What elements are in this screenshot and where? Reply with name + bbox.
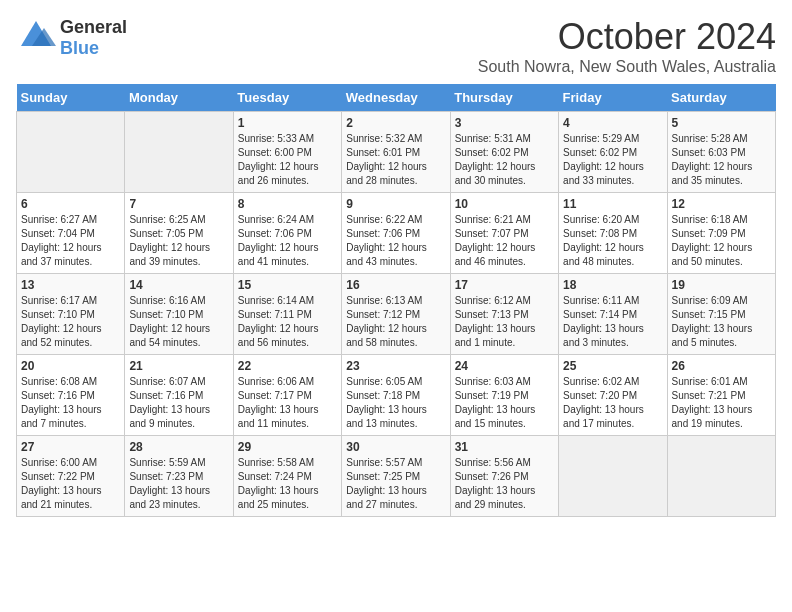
calendar-cell: 9Sunrise: 6:22 AM Sunset: 7:06 PM Daylig… [342, 193, 450, 274]
day-info: Sunrise: 6:03 AM Sunset: 7:19 PM Dayligh… [455, 375, 554, 431]
day-number: 24 [455, 359, 554, 373]
header-cell-saturday: Saturday [667, 84, 775, 112]
calendar-cell: 22Sunrise: 6:06 AM Sunset: 7:17 PM Dayli… [233, 355, 341, 436]
calendar-cell: 29Sunrise: 5:58 AM Sunset: 7:24 PM Dayli… [233, 436, 341, 517]
day-info: Sunrise: 6:17 AM Sunset: 7:10 PM Dayligh… [21, 294, 120, 350]
calendar-cell: 14Sunrise: 6:16 AM Sunset: 7:10 PM Dayli… [125, 274, 233, 355]
calendar-cell: 4Sunrise: 5:29 AM Sunset: 6:02 PM Daylig… [559, 112, 667, 193]
day-number: 28 [129, 440, 228, 454]
calendar-cell: 1Sunrise: 5:33 AM Sunset: 6:00 PM Daylig… [233, 112, 341, 193]
day-info: Sunrise: 6:06 AM Sunset: 7:17 PM Dayligh… [238, 375, 337, 431]
week-row-2: 13Sunrise: 6:17 AM Sunset: 7:10 PM Dayli… [17, 274, 776, 355]
logo-icon [16, 16, 56, 56]
logo-general-text: General [60, 17, 127, 38]
day-number: 23 [346, 359, 445, 373]
location-title: South Nowra, New South Wales, Australia [478, 58, 776, 76]
day-info: Sunrise: 6:20 AM Sunset: 7:08 PM Dayligh… [563, 213, 662, 269]
page-header: General Blue October 2024 South Nowra, N… [16, 16, 776, 76]
calendar-cell: 26Sunrise: 6:01 AM Sunset: 7:21 PM Dayli… [667, 355, 775, 436]
logo: General Blue [16, 16, 127, 60]
title-block: October 2024 South Nowra, New South Wale… [478, 16, 776, 76]
header-cell-thursday: Thursday [450, 84, 558, 112]
calendar-header: SundayMondayTuesdayWednesdayThursdayFrid… [17, 84, 776, 112]
day-number: 20 [21, 359, 120, 373]
day-number: 31 [455, 440, 554, 454]
calendar-cell: 16Sunrise: 6:13 AM Sunset: 7:12 PM Dayli… [342, 274, 450, 355]
calendar-cell: 21Sunrise: 6:07 AM Sunset: 7:16 PM Dayli… [125, 355, 233, 436]
day-info: Sunrise: 6:18 AM Sunset: 7:09 PM Dayligh… [672, 213, 771, 269]
day-info: Sunrise: 6:27 AM Sunset: 7:04 PM Dayligh… [21, 213, 120, 269]
day-info: Sunrise: 5:58 AM Sunset: 7:24 PM Dayligh… [238, 456, 337, 512]
calendar-cell: 20Sunrise: 6:08 AM Sunset: 7:16 PM Dayli… [17, 355, 125, 436]
header-row: SundayMondayTuesdayWednesdayThursdayFrid… [17, 84, 776, 112]
day-number: 8 [238, 197, 337, 211]
logo-blue-text: Blue [60, 38, 127, 59]
day-info: Sunrise: 5:59 AM Sunset: 7:23 PM Dayligh… [129, 456, 228, 512]
day-number: 7 [129, 197, 228, 211]
calendar-cell: 7Sunrise: 6:25 AM Sunset: 7:05 PM Daylig… [125, 193, 233, 274]
header-cell-sunday: Sunday [17, 84, 125, 112]
day-number: 30 [346, 440, 445, 454]
day-info: Sunrise: 6:00 AM Sunset: 7:22 PM Dayligh… [21, 456, 120, 512]
calendar-cell: 6Sunrise: 6:27 AM Sunset: 7:04 PM Daylig… [17, 193, 125, 274]
day-number: 18 [563, 278, 662, 292]
calendar-cell: 13Sunrise: 6:17 AM Sunset: 7:10 PM Dayli… [17, 274, 125, 355]
day-info: Sunrise: 5:28 AM Sunset: 6:03 PM Dayligh… [672, 132, 771, 188]
calendar-cell: 2Sunrise: 5:32 AM Sunset: 6:01 PM Daylig… [342, 112, 450, 193]
week-row-3: 20Sunrise: 6:08 AM Sunset: 7:16 PM Dayli… [17, 355, 776, 436]
calendar-cell [559, 436, 667, 517]
day-info: Sunrise: 6:22 AM Sunset: 7:06 PM Dayligh… [346, 213, 445, 269]
day-info: Sunrise: 5:29 AM Sunset: 6:02 PM Dayligh… [563, 132, 662, 188]
day-info: Sunrise: 6:16 AM Sunset: 7:10 PM Dayligh… [129, 294, 228, 350]
day-info: Sunrise: 6:02 AM Sunset: 7:20 PM Dayligh… [563, 375, 662, 431]
day-number: 27 [21, 440, 120, 454]
day-info: Sunrise: 6:11 AM Sunset: 7:14 PM Dayligh… [563, 294, 662, 350]
calendar-cell: 28Sunrise: 5:59 AM Sunset: 7:23 PM Dayli… [125, 436, 233, 517]
day-number: 12 [672, 197, 771, 211]
month-title: October 2024 [478, 16, 776, 58]
calendar-cell: 11Sunrise: 6:20 AM Sunset: 7:08 PM Dayli… [559, 193, 667, 274]
day-info: Sunrise: 6:24 AM Sunset: 7:06 PM Dayligh… [238, 213, 337, 269]
day-info: Sunrise: 6:12 AM Sunset: 7:13 PM Dayligh… [455, 294, 554, 350]
day-info: Sunrise: 6:08 AM Sunset: 7:16 PM Dayligh… [21, 375, 120, 431]
calendar-table: SundayMondayTuesdayWednesdayThursdayFrid… [16, 84, 776, 517]
calendar-cell: 25Sunrise: 6:02 AM Sunset: 7:20 PM Dayli… [559, 355, 667, 436]
day-info: Sunrise: 5:57 AM Sunset: 7:25 PM Dayligh… [346, 456, 445, 512]
header-cell-tuesday: Tuesday [233, 84, 341, 112]
day-info: Sunrise: 6:14 AM Sunset: 7:11 PM Dayligh… [238, 294, 337, 350]
day-info: Sunrise: 6:07 AM Sunset: 7:16 PM Dayligh… [129, 375, 228, 431]
calendar-cell: 19Sunrise: 6:09 AM Sunset: 7:15 PM Dayli… [667, 274, 775, 355]
calendar-cell [17, 112, 125, 193]
header-cell-wednesday: Wednesday [342, 84, 450, 112]
day-number: 5 [672, 116, 771, 130]
header-cell-monday: Monday [125, 84, 233, 112]
day-number: 11 [563, 197, 662, 211]
day-info: Sunrise: 6:09 AM Sunset: 7:15 PM Dayligh… [672, 294, 771, 350]
calendar-cell: 12Sunrise: 6:18 AM Sunset: 7:09 PM Dayli… [667, 193, 775, 274]
day-number: 26 [672, 359, 771, 373]
day-info: Sunrise: 5:31 AM Sunset: 6:02 PM Dayligh… [455, 132, 554, 188]
day-info: Sunrise: 5:33 AM Sunset: 6:00 PM Dayligh… [238, 132, 337, 188]
day-number: 14 [129, 278, 228, 292]
day-info: Sunrise: 6:13 AM Sunset: 7:12 PM Dayligh… [346, 294, 445, 350]
day-number: 1 [238, 116, 337, 130]
calendar-cell: 27Sunrise: 6:00 AM Sunset: 7:22 PM Dayli… [17, 436, 125, 517]
calendar-cell: 5Sunrise: 5:28 AM Sunset: 6:03 PM Daylig… [667, 112, 775, 193]
day-info: Sunrise: 5:32 AM Sunset: 6:01 PM Dayligh… [346, 132, 445, 188]
day-info: Sunrise: 6:21 AM Sunset: 7:07 PM Dayligh… [455, 213, 554, 269]
calendar-cell: 31Sunrise: 5:56 AM Sunset: 7:26 PM Dayli… [450, 436, 558, 517]
day-number: 4 [563, 116, 662, 130]
header-cell-friday: Friday [559, 84, 667, 112]
calendar-cell: 17Sunrise: 6:12 AM Sunset: 7:13 PM Dayli… [450, 274, 558, 355]
calendar-cell: 10Sunrise: 6:21 AM Sunset: 7:07 PM Dayli… [450, 193, 558, 274]
day-number: 22 [238, 359, 337, 373]
week-row-1: 6Sunrise: 6:27 AM Sunset: 7:04 PM Daylig… [17, 193, 776, 274]
calendar-cell: 8Sunrise: 6:24 AM Sunset: 7:06 PM Daylig… [233, 193, 341, 274]
day-number: 25 [563, 359, 662, 373]
calendar-cell: 24Sunrise: 6:03 AM Sunset: 7:19 PM Dayli… [450, 355, 558, 436]
day-number: 10 [455, 197, 554, 211]
day-number: 21 [129, 359, 228, 373]
day-info: Sunrise: 5:56 AM Sunset: 7:26 PM Dayligh… [455, 456, 554, 512]
day-number: 29 [238, 440, 337, 454]
calendar-cell: 23Sunrise: 6:05 AM Sunset: 7:18 PM Dayli… [342, 355, 450, 436]
